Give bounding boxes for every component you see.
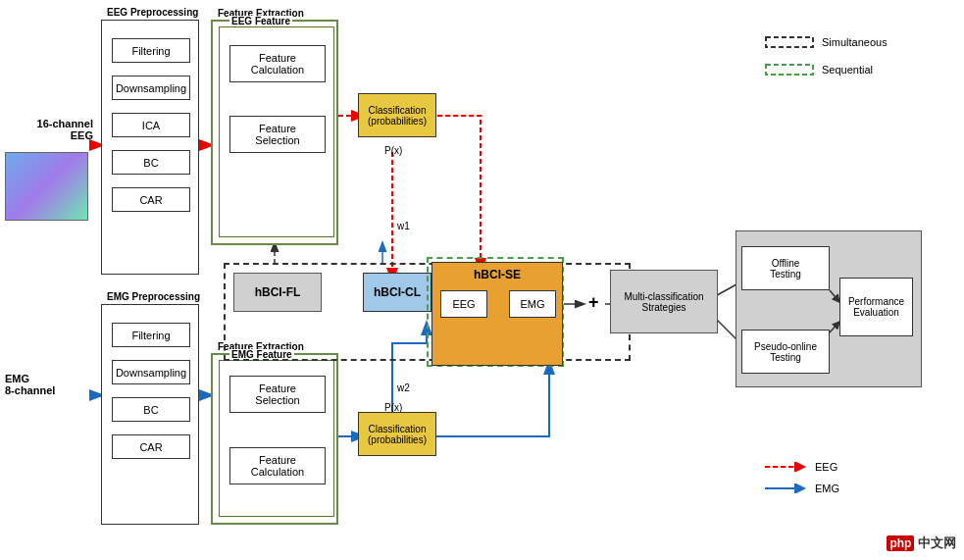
legend-emg-arrow-icon: [765, 484, 809, 493]
watermark-php: php: [887, 535, 914, 551]
plus-symbol: +: [588, 292, 599, 313]
emg-input-label: EMG8-channel: [5, 373, 83, 396]
legend-emg-label: EMG: [815, 483, 839, 494]
svg-line-27: [830, 322, 839, 332]
legend-eeg-arrow-icon: [765, 462, 809, 472]
legend-sequential-label: Sequential: [822, 64, 873, 76]
classification-emg-box: Classification(probabilities): [358, 412, 436, 456]
watermark-text: 中文网: [918, 535, 956, 550]
emg-preprocessing-panel: EMG Preprocessing Filtering Downsampling…: [101, 304, 199, 525]
legend-arrows-panel: EEG EMG: [765, 461, 839, 494]
eeg-downsampling-box: Downsampling: [112, 76, 190, 100]
eeg-ica-box: ICA: [112, 113, 190, 137]
hbci-se-eeg-box: EEG: [440, 290, 487, 318]
eeg-filtering-box: Filtering: [112, 38, 190, 63]
w2-label: w2: [397, 382, 410, 393]
legend-simultaneous: Simultaneous: [765, 34, 888, 50]
emg-feature-calculation-box: FeatureCalculation: [229, 447, 326, 484]
eeg-bc-box: BC: [112, 150, 190, 175]
watermark: php 中文网: [887, 535, 956, 552]
legend-panel: Simultaneous Sequential: [765, 34, 888, 77]
hbci-se-box: hBCI-SE EEG EMG: [431, 262, 563, 366]
legend-emg-arrow: EMG: [765, 483, 839, 494]
legend-eeg-label: EEG: [815, 461, 837, 473]
eeg-feature-inner-title: EEG Feature: [229, 16, 292, 26]
eeg-preprocessing-panel: EEG Preprocessing Filtering Downsampling…: [101, 20, 199, 275]
panel-arrows-svg: [736, 231, 923, 388]
eeg-car-box: CAR: [112, 187, 190, 212]
legend-simultaneous-icon: [765, 34, 814, 50]
svg-rect-28: [766, 37, 813, 47]
eeg-feature-inner-box: EEG Feature FeatureCalculation FeatureSe…: [219, 26, 334, 237]
emg-feature-selection-box: FeatureSelection: [229, 376, 326, 413]
hbci-se-dashed-region: hBCI-SE EEG EMG: [427, 257, 564, 367]
legend-simultaneous-label: Simultaneous: [822, 36, 888, 48]
feature-extraction-emg-panel: Feature Extraction EMG Feature FeatureSe…: [211, 353, 338, 525]
feature-extraction-eeg-panel: Feature Extraction EEG Feature FeatureCa…: [211, 20, 338, 245]
emg-preprocessing-title: EMG Preprocessing: [107, 291, 200, 302]
eeg-input-label: 16-channelEEG: [15, 118, 93, 141]
px-top-label: P(x): [384, 145, 402, 156]
emg-downsampling-box: Downsampling: [112, 360, 190, 384]
hbci-cl-box: hBCI-CL: [363, 273, 431, 312]
classification-eeg-box: Classification(probabilities): [358, 93, 436, 137]
emg-feature-inner-box: EMG Feature FeatureSelection FeatureCalc…: [219, 360, 334, 517]
svg-rect-29: [766, 65, 813, 75]
hbci-se-label: hBCI-SE: [474, 268, 521, 281]
legend-sequential-icon: [765, 62, 814, 77]
hbci-se-emg-box: EMG: [509, 290, 556, 318]
svg-line-26: [830, 290, 839, 302]
emg-car-box: CAR: [112, 434, 190, 459]
legend-eeg-arrow: EEG: [765, 461, 839, 473]
multi-classification-box: Multi-classificationStrategies: [610, 270, 718, 333]
eeg-preprocessing-title: EEG Preprocessing: [107, 7, 198, 18]
legend-sequential: Sequential: [765, 62, 888, 77]
w1-label: w1: [397, 221, 410, 231]
emg-bc-box: BC: [112, 397, 190, 422]
emg-filtering-box: Filtering: [112, 323, 190, 347]
eeg-feature-selection-box: FeatureSelection: [229, 116, 326, 153]
hbci-fl-box: hBCI-FL: [233, 273, 322, 312]
performance-panel: OfflineTesting Pseudo-onlineTesting Perf…: [736, 230, 922, 387]
eeg-feature-calculation-box: FeatureCalculation: [229, 45, 326, 82]
eeg-image: [5, 152, 88, 221]
diagram-container: 16-channelEEG EMG8-channel EEG Preproces…: [0, 0, 964, 560]
